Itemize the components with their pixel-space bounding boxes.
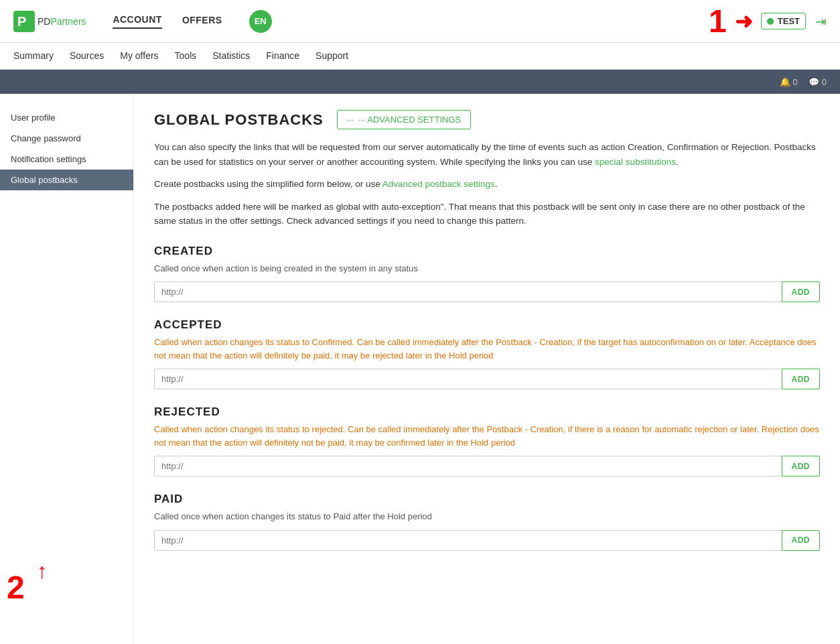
user-label: TEST <box>778 16 800 26</box>
lang-button[interactable]: EN <box>249 10 272 33</box>
bell-icon: 🔔 <box>780 77 790 87</box>
url-input-accepted[interactable] <box>154 369 782 389</box>
add-button-rejected[interactable]: ADD <box>782 456 821 476</box>
sidebar-item-global-postbacks[interactable]: Global postbacks <box>0 170 133 190</box>
sidebar: User profile Change password Notificatio… <box>0 94 134 644</box>
advanced-btn-label: ··· ADVANCED SETTINGS <box>358 115 462 125</box>
advanced-postback-settings-link[interactable]: Advanced postback settings <box>382 179 495 189</box>
dark-bar: 🔔 0 💬 0 <box>0 70 840 94</box>
message-icon-area[interactable]: 💬 0 <box>809 77 827 87</box>
msg-count: 0 <box>822 77 827 87</box>
page-title-row: GLOBAL POSTBACKS ··· ··· ADVANCED SETTIN… <box>154 110 820 129</box>
subnav-tools[interactable]: Tools <box>175 50 197 62</box>
top-right: 1 ➜ TEST ⇥ <box>709 5 827 38</box>
page-title: GLOBAL POSTBACKS <box>154 111 324 129</box>
section-rejected: REJECTED Called when action changes its … <box>154 405 820 476</box>
section-title-paid: PAID <box>154 493 820 506</box>
advanced-settings-button[interactable]: ··· ··· ADVANCED SETTINGS <box>337 110 471 129</box>
logout-button[interactable]: ⇥ <box>815 13 827 29</box>
url-input-created[interactable] <box>154 281 782 302</box>
dots-icon: ··· <box>347 115 354 125</box>
section-title-created: CREATED <box>154 245 820 258</box>
annotation-number-2: 2 <box>7 572 25 604</box>
chat-icon: 💬 <box>809 77 819 87</box>
svg-text:P: P <box>17 14 26 29</box>
sidebar-item-change-password[interactable]: Change password <box>0 128 133 149</box>
top-nav: P PDPartners ACCOUNT OFFERS EN 1 ➜ TEST … <box>0 0 840 43</box>
logo[interactable]: P PDPartners <box>13 11 86 32</box>
url-input-rejected[interactable] <box>154 456 782 476</box>
subnav-support[interactable]: Support <box>316 50 348 62</box>
notif-count: 0 <box>793 77 798 87</box>
nav-account[interactable]: ACCOUNT <box>113 14 162 29</box>
subnav-sources[interactable]: Sources <box>70 50 104 62</box>
add-button-created[interactable]: ADD <box>782 281 821 302</box>
section-desc-rejected: Called when action changes its status to… <box>154 423 820 449</box>
notification-icon-area[interactable]: 🔔 0 <box>780 77 798 87</box>
user-button[interactable]: TEST <box>761 13 806 29</box>
section-paid: PAID Called once when action changes its… <box>154 493 820 551</box>
section-accepted: ACCEPTED Called when action changes its … <box>154 318 820 389</box>
subnav-finance[interactable]: Finance <box>266 50 299 62</box>
subnav-myoffers[interactable]: My offers <box>120 50 158 62</box>
add-button-paid[interactable]: ADD <box>782 530 821 551</box>
subnav-statistics[interactable]: Statistics <box>212 50 250 62</box>
input-row-created: ADD <box>154 281 820 302</box>
main-content: GLOBAL POSTBACKS ··· ··· ADVANCED SETTIN… <box>134 94 840 644</box>
nav-offers[interactable]: OFFERS <box>182 15 222 28</box>
status-dot <box>767 18 774 25</box>
sub-nav: Summary Sources My offers Tools Statisti… <box>0 43 840 70</box>
input-row-paid: ADD <box>154 530 820 551</box>
intro-paragraph-3: The postbacks added here will be marked … <box>154 200 820 229</box>
url-input-paid[interactable] <box>154 530 782 551</box>
section-created: CREATED Called once when action is being… <box>154 245 820 303</box>
special-substitutions-link[interactable]: special substitutions <box>595 157 676 167</box>
add-button-accepted[interactable]: ADD <box>782 369 821 389</box>
sidebar-item-notification-settings[interactable]: Notification settings <box>0 149 133 170</box>
subnav-summary[interactable]: Summary <box>13 50 54 62</box>
input-row-rejected: ADD <box>154 456 820 476</box>
section-desc-created: Called once when action is being created… <box>154 262 820 275</box>
annotation-arrow-up: ↑ <box>37 559 48 584</box>
sidebar-item-user-profile[interactable]: User profile <box>0 107 133 128</box>
intro-paragraph-1: You can also specify the links that will… <box>154 140 820 169</box>
section-title-rejected: REJECTED <box>154 405 820 419</box>
annotation-arrow-right: ➜ <box>735 9 753 34</box>
intro-paragraph-2: Create postbacks using the simplified fo… <box>154 177 820 192</box>
main-nav-links: ACCOUNT OFFERS EN <box>113 10 271 33</box>
section-title-accepted: ACCEPTED <box>154 318 820 332</box>
annotation-number-1: 1 <box>709 5 727 38</box>
main-layout: User profile Change password Notificatio… <box>0 94 840 644</box>
input-row-accepted: ADD <box>154 369 820 389</box>
section-desc-paid: Called once when action changes its stat… <box>154 510 820 523</box>
logo-icon: P <box>13 11 35 32</box>
logo-text: PDPartners <box>38 16 86 27</box>
section-desc-accepted: Called when action changes its status to… <box>154 336 820 362</box>
